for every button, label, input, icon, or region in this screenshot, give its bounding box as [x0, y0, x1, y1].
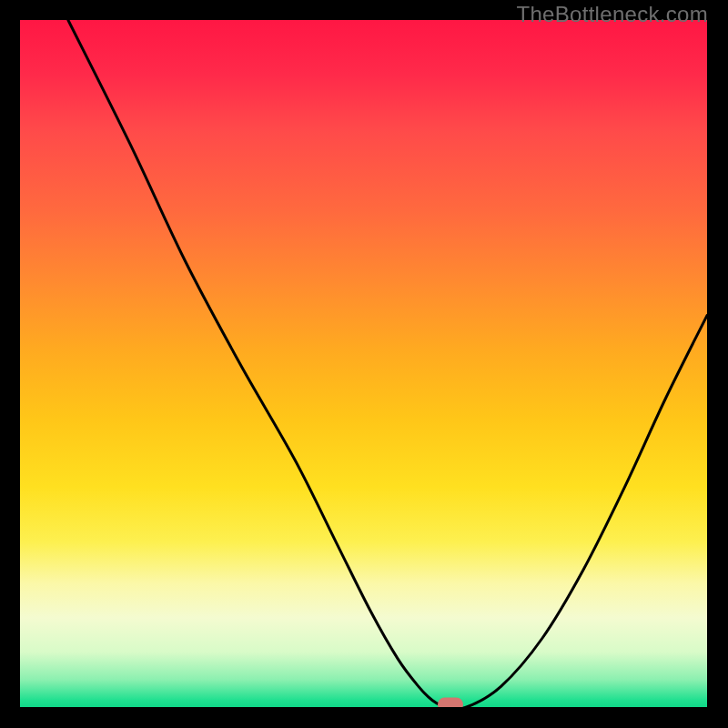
bottleneck-curve [20, 20, 707, 707]
plot-area [20, 20, 707, 707]
watermark-text: TheBottleneck.com [516, 2, 708, 27]
optimum-marker [438, 698, 463, 708]
